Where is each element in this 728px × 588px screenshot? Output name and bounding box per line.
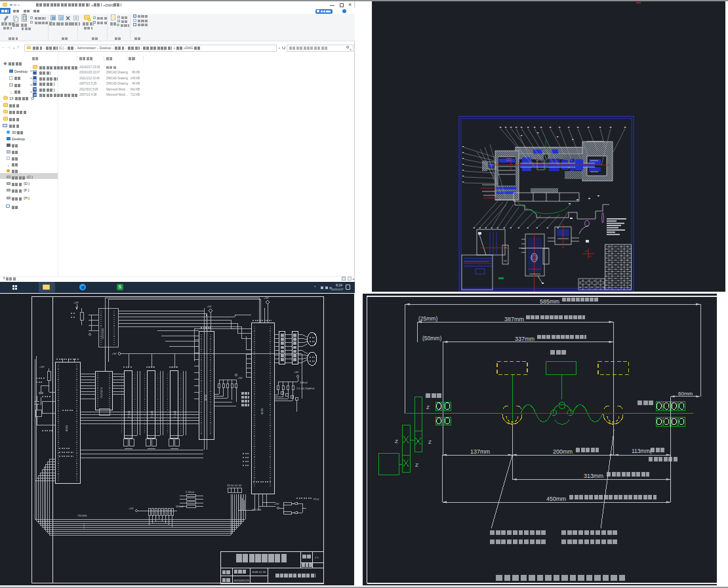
svg-text:27641: 27641 <box>173 410 176 418</box>
svg-text:+5V: +5V <box>237 376 243 380</box>
svg-text:10Kx4: 10Kx4 <box>300 381 308 384</box>
svg-text:(50mm): (50mm) <box>422 335 441 342</box>
svg-text:0615081233: 0615081233 <box>234 579 250 582</box>
svg-text:Z: Z <box>395 439 398 444</box>
svg-text:+5V: +5V <box>129 507 134 510</box>
svg-text:74LS06: 74LS06 <box>252 508 262 511</box>
svg-text:Z: Z <box>415 462 418 468</box>
svg-text:C1-C4 20pFx4: C1-C4 20pFx4 <box>296 387 315 390</box>
svg-text:5.1Kx4: 5.1Kx4 <box>186 490 195 494</box>
svg-text:8031: 8031 <box>65 425 68 431</box>
svg-text:313mm: 313mm <box>584 473 603 479</box>
svg-text:29 30 31 32: 29 30 31 32 <box>227 484 242 487</box>
svg-text:(25mm): (25mm) <box>418 315 437 322</box>
svg-text:337mm: 337mm <box>515 336 535 342</box>
svg-text:74LS373: 74LS373 <box>100 387 103 399</box>
svg-text:585mm: 585mm <box>540 298 559 305</box>
svg-text:+5V: +5V <box>294 370 299 374</box>
svg-text:1:1: 1:1 <box>315 556 319 559</box>
svg-text:60mm: 60mm <box>678 391 693 397</box>
svg-text:+5V: +5V <box>274 502 279 505</box>
svg-text:2008-12-30: 2008-12-30 <box>252 570 266 574</box>
svg-text:Z: Z <box>428 439 432 445</box>
svg-text:Z: Z <box>426 404 430 410</box>
svg-text:113mm(: 113mm( <box>632 448 652 454</box>
svg-text:+5V: +5V <box>207 305 212 308</box>
svg-text:74LS06: 74LS06 <box>77 514 87 517</box>
svg-text:PC4: PC4 <box>313 498 319 501</box>
svg-text:200mm: 200mm <box>553 448 573 455</box>
svg-text:137mm: 137mm <box>470 448 490 455</box>
svg-text:450mm: 450mm <box>546 496 566 502</box>
svg-text:74LS138: 74LS138 <box>101 328 104 340</box>
svg-text:387mm: 387mm <box>504 316 524 323</box>
svg-text:+5V: +5V <box>73 301 79 304</box>
svg-text:8255: 8255 <box>260 408 264 414</box>
svg-text:+5V: +5V <box>264 296 269 300</box>
svg-text:27641: 27641 <box>150 410 153 418</box>
svg-text:27641: 27641 <box>127 410 131 418</box>
svg-text:+5V: +5V <box>111 352 117 355</box>
svg-text:+5V: +5V <box>39 365 45 368</box>
